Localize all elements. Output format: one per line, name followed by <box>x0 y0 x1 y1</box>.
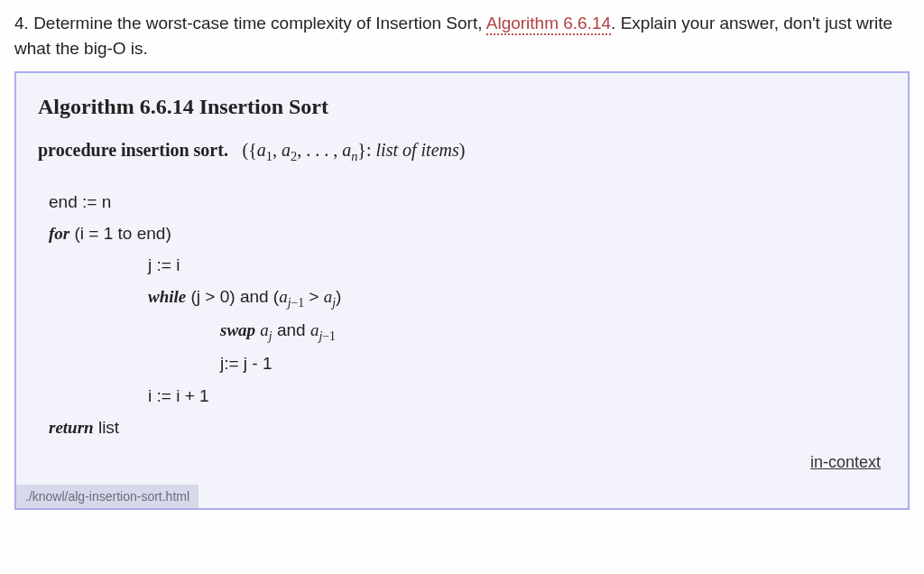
algorithm-title: Algorithm 6.6.14 Insertion Sort <box>38 91 886 123</box>
in-context-link[interactable]: in-context <box>810 450 886 483</box>
question-number: 4. <box>14 14 29 32</box>
path-bar: ./knowl/alg-insertion-sort.html <box>16 485 199 508</box>
algorithm-box: Algorithm 6.6.14 Insertion Sort procedur… <box>14 71 910 510</box>
algorithm-footer: in-context <box>38 450 886 483</box>
code-line-7: i := i + 1 <box>49 380 886 412</box>
code-line-5: swap aj and aj−1 <box>49 314 886 347</box>
code-line-8: return list <box>49 412 886 443</box>
procedure-args: ({a1, a2, . . . , an}: <box>233 140 375 160</box>
pseudocode: end := n for (i = 1 to end) j := i while… <box>49 186 886 443</box>
code-line-6: j:= j - 1 <box>49 347 886 379</box>
procedure-line: procedure insertion sort. ({a1, a2, . . … <box>38 137 886 166</box>
code-line-3: j := i <box>49 249 886 281</box>
procedure-label: procedure insertion sort. <box>38 140 228 160</box>
code-line-4: while (j > 0) and (aj−1 > aj) <box>49 281 886 314</box>
question-text-before: Determine the worst-case time complexity… <box>33 14 486 32</box>
algorithm-link[interactable]: Algorithm 6.6.14 <box>486 14 611 35</box>
code-line-1: end := n <box>49 186 886 218</box>
procedure-desc: list of items <box>376 140 459 160</box>
code-line-2: for (i = 1 to end) <box>49 218 886 249</box>
question-4: 4. Determine the worst-case time complex… <box>14 11 910 60</box>
